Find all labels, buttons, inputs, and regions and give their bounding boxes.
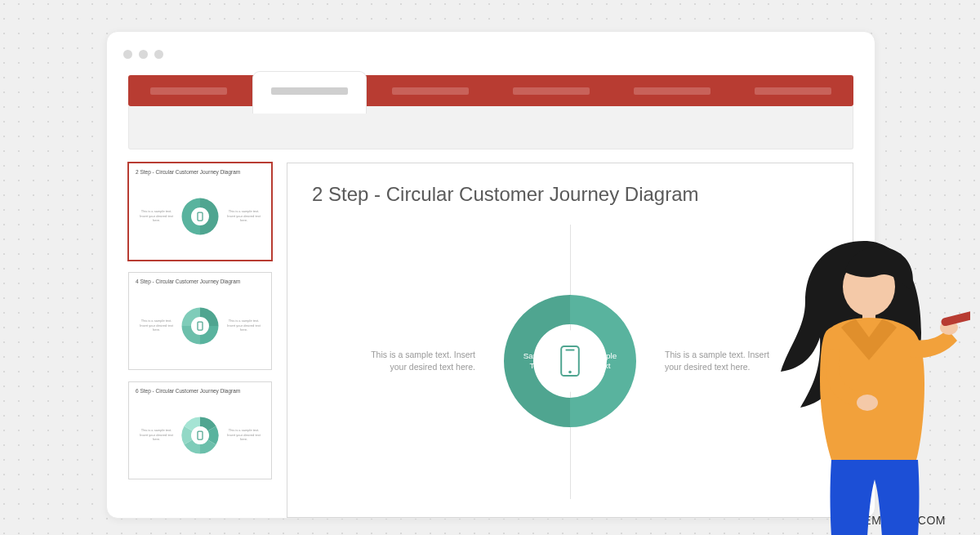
tab-placeholder	[150, 87, 228, 95]
svg-point-11	[857, 395, 878, 411]
slide-thumbnails: 2 Step - Circular Customer Journey Diagr…	[128, 163, 272, 518]
tab-placeholder	[513, 87, 590, 95]
svg-point-8	[568, 371, 572, 374]
svg-point-2	[193, 319, 207, 333]
slide-thumbnail[interactable]: 2 Step - Circular Customer Journey Diagr…	[128, 163, 272, 261]
thumbnail-diagram	[180, 415, 220, 456]
circular-diagram: SampleText SampleText	[497, 288, 644, 435]
thumbnail-hint-right: This is a sample text. Insert your desir…	[225, 428, 262, 442]
tab-placeholder	[634, 87, 711, 95]
thumbnail-title: 6 Step - Circular Customer Journey Diagr…	[136, 388, 265, 394]
thumbnail-body: This is a sample text. Insert your desir…	[136, 397, 265, 473]
thumbnail-hint-right: This is a sample text. Insert your desir…	[225, 209, 262, 223]
window-controls	[123, 50, 163, 59]
app-window: 2 Step - Circular Customer Journey Diagr…	[106, 31, 875, 519]
thumbnail-title: 4 Step - Circular Customer Journey Diagr…	[136, 279, 265, 284]
right-caption: This is a sample text. Insert your desir…	[665, 349, 771, 375]
left-caption: This is a sample text. Insert your desir…	[369, 349, 475, 375]
ribbon-tab[interactable]	[370, 75, 491, 106]
slide-title: 2 Step - Circular Customer Journey Diagr…	[312, 183, 828, 206]
ribbon-tab[interactable]	[249, 75, 370, 106]
svg-point-0	[193, 209, 207, 224]
tab-placeholder	[392, 87, 470, 95]
slide-thumbnail[interactable]: 4 Step - Circular Customer Journey Diagr…	[128, 272, 272, 370]
slide-thumbnail[interactable]: 6 Step - Circular Customer Journey Diagr…	[128, 381, 272, 479]
ribbon-tab[interactable]	[128, 75, 249, 106]
window-dot[interactable]	[139, 50, 148, 59]
thumbnail-diagram	[180, 196, 220, 237]
thumbnail-body: This is a sample text. Insert your desir…	[136, 288, 265, 363]
thumbnail-hint-left: This is a sample text. Insert your desir…	[138, 428, 175, 442]
window-dot[interactable]	[123, 50, 132, 59]
thumbnail-hint-right: This is a sample text. Insert your desir…	[225, 319, 262, 332]
thumbnail-title: 2 Step - Circular Customer Journey Diagr…	[136, 169, 265, 175]
presenter-illustration	[766, 226, 970, 535]
ribbon-tabs	[128, 75, 853, 106]
window-dot[interactable]	[154, 50, 163, 59]
ribbon-tab[interactable]	[612, 75, 733, 106]
ribbon-tab[interactable]	[733, 75, 853, 106]
tab-placeholder	[755, 87, 832, 95]
thumbnail-hint-left: This is a sample text. Insert your desir…	[138, 209, 175, 223]
diagram-center	[539, 331, 601, 393]
ribbon-tab[interactable]	[491, 75, 612, 106]
thumbnail-body: This is a sample text. Insert your desir…	[136, 178, 265, 254]
thumbnail-hint-left: This is a sample text. Insert your desir…	[138, 319, 175, 332]
ribbon-body	[128, 106, 853, 149]
editor-stage: 2 Step - Circular Customer Journey Diagr…	[128, 163, 853, 518]
tab-placeholder	[271, 87, 349, 95]
thumbnail-diagram	[180, 305, 220, 346]
svg-point-4	[193, 428, 207, 443]
